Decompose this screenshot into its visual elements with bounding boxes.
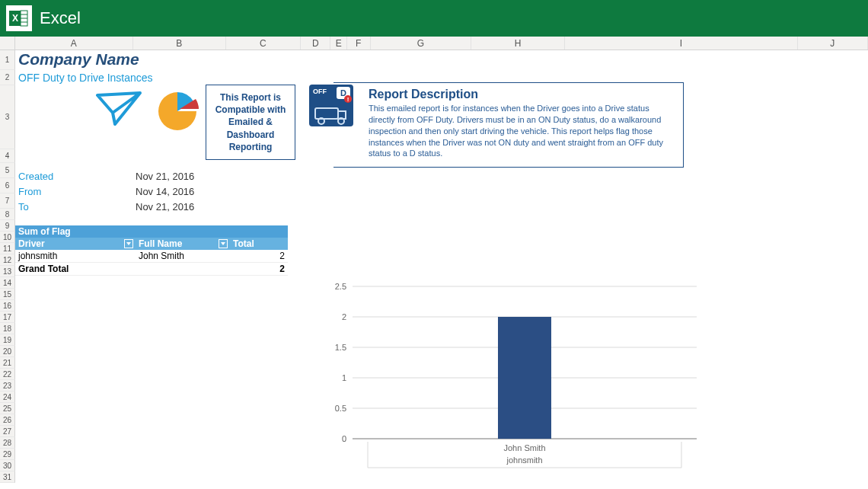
svg-text:0.5: 0.5 — [335, 404, 346, 413]
row-header-gutter[interactable]: 1 2 3 4 5 6 7 8 9 10 11 12 13 14 15 16 1… — [0, 50, 15, 483]
pivot-cell-total: 2 — [230, 250, 288, 262]
compatibility-note: This Report is Compatible with Emailed &… — [206, 85, 295, 160]
row-header-25[interactable]: 25 — [0, 403, 15, 414]
company-name: Company Name — [18, 50, 139, 69]
pivot-grand-total-row[interactable]: Grand Total 2 — [15, 263, 288, 276]
row-header-22[interactable]: 22 — [0, 369, 15, 380]
row-header-11[interactable]: 11 — [0, 243, 15, 254]
app-titlebar: X Excel — [0, 0, 868, 37]
pivot-hdr-total[interactable]: Total — [230, 238, 288, 250]
app-name: Excel — [40, 8, 81, 28]
col-header-E[interactable]: E — [330, 37, 347, 50]
svg-rect-23 — [498, 317, 551, 439]
column-header-row[interactable]: A B C D E F G H I J — [0, 37, 868, 50]
row-header-15[interactable]: 15 — [0, 289, 15, 300]
value-from: Nov 14, 2016 — [136, 186, 194, 197]
row-header-6[interactable]: 6 — [0, 178, 15, 193]
col-header-H[interactable]: H — [471, 37, 565, 50]
svg-text:1.5: 1.5 — [335, 343, 346, 352]
row-header-12[interactable]: 12 — [0, 254, 15, 266]
svg-text:X: X — [12, 13, 18, 24]
badge-off-label: OFF — [313, 88, 327, 95]
row-header-20[interactable]: 20 — [0, 346, 15, 357]
row-header-1[interactable]: 1 — [0, 50, 15, 70]
embedded-chart[interactable]: 00.511.522.5John Smithjohnsmith — [316, 279, 704, 477]
pie-chart-icon — [157, 88, 199, 130]
row-header-23[interactable]: 23 — [0, 380, 15, 392]
col-header-F[interactable]: F — [347, 37, 370, 50]
svg-text:2: 2 — [342, 312, 346, 321]
row-header-21[interactable]: 21 — [0, 357, 15, 369]
row-header-31[interactable]: 31 — [0, 471, 15, 483]
report-description-title: Report Description — [369, 88, 675, 101]
row-header-4[interactable]: 4 — [0, 149, 15, 163]
pivot-table[interactable]: Sum of Flag Driver Full Name Total johns… — [15, 225, 288, 276]
value-to: Nov 21, 2016 — [136, 201, 194, 213]
row-header-18[interactable]: 18 — [0, 323, 15, 334]
row-header-7[interactable]: 7 — [0, 193, 15, 209]
pivot-grand-total: 2 — [230, 263, 288, 275]
row-header-28[interactable]: 28 — [0, 437, 15, 449]
row-header-2[interactable]: 2 — [0, 70, 15, 85]
row-header-19[interactable]: 19 — [0, 334, 15, 346]
pivot-hdr-fullname-label: Full Name — [139, 238, 182, 249]
report-description-box: Report Description This emailed report i… — [333, 82, 684, 168]
col-header-G[interactable]: G — [371, 37, 472, 50]
row-header-17[interactable]: 17 — [0, 312, 15, 323]
svg-text:John Smith: John Smith — [503, 443, 545, 452]
row-header-9[interactable]: 9 — [0, 220, 15, 232]
report-description-body: This emailed report is for instances whe… — [369, 103, 675, 159]
label-to: To — [18, 201, 29, 213]
col-header-B[interactable]: B — [133, 37, 226, 50]
pivot-cell-driver: johnsmith — [15, 250, 136, 262]
filter-dropdown-icon[interactable] — [219, 239, 228, 248]
pivot-grand-blank — [136, 263, 230, 275]
svg-text:johnsmith: johnsmith — [506, 455, 542, 465]
row-header-24[interactable]: 24 — [0, 392, 15, 403]
pivot-value-field[interactable]: Sum of Flag — [15, 225, 288, 238]
row-header-26[interactable]: 26 — [0, 414, 15, 426]
col-header-C[interactable]: C — [226, 37, 301, 50]
row-header-30[interactable]: 30 — [0, 460, 15, 471]
row-header-10[interactable]: 10 — [0, 232, 15, 243]
col-header-I[interactable]: I — [565, 37, 798, 50]
col-header-J[interactable]: J — [798, 37, 868, 50]
svg-text:0: 0 — [342, 434, 346, 443]
row-header-14[interactable]: 14 — [0, 277, 15, 289]
paper-plane-icon — [96, 91, 143, 133]
pivot-hdr-total-label: Total — [233, 238, 254, 249]
row-header-13[interactable]: 13 — [0, 266, 15, 277]
col-header-A[interactable]: A — [15, 37, 133, 50]
label-created: Created — [18, 171, 53, 182]
row-header-27[interactable]: 27 — [0, 426, 15, 437]
col-header-D[interactable]: D — [301, 37, 330, 50]
pivot-hdr-driver-label: Driver — [18, 238, 45, 249]
pivot-grand-label: Grand Total — [15, 263, 136, 275]
row-header-8[interactable]: 8 — [0, 209, 15, 220]
label-from: From — [18, 186, 41, 197]
pivot-cell-fullname: John Smith — [136, 250, 230, 262]
row-header-5[interactable]: 5 — [0, 163, 15, 178]
row-header-3[interactable]: 3 — [0, 85, 15, 149]
select-all-corner[interactable] — [0, 37, 15, 50]
bar-chart: 00.511.522.5John Smithjohnsmith — [316, 279, 704, 477]
svg-text:2.5: 2.5 — [335, 282, 346, 291]
worksheet-canvas[interactable]: Company Name OFF Duty to Drive Instances… — [15, 50, 868, 483]
report-title: OFF Duty to Drive Instances — [18, 72, 153, 84]
pivot-hdr-driver[interactable]: Driver — [15, 238, 136, 250]
value-created: Nov 21, 2016 — [136, 171, 194, 182]
row-header-29[interactable]: 29 — [0, 449, 15, 460]
filter-dropdown-icon[interactable] — [124, 239, 133, 248]
pivot-column-headers: Driver Full Name Total — [15, 238, 288, 250]
pivot-hdr-fullname[interactable]: Full Name — [136, 238, 230, 250]
pivot-row[interactable]: johnsmith John Smith 2 — [15, 250, 288, 263]
svg-text:1: 1 — [342, 373, 346, 382]
excel-app-icon: X — [6, 5, 32, 31]
row-header-16[interactable]: 16 — [0, 300, 15, 312]
